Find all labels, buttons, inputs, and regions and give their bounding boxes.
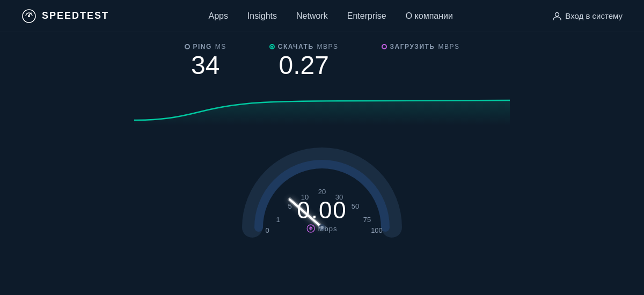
upload-icon	[382, 44, 387, 49]
svg-text:50: 50	[352, 202, 359, 210]
nav-right: Вход в систему	[552, 11, 623, 21]
ping-stat: PING ms 34	[185, 43, 226, 78]
header: SPEEDTEST Apps Insights Network Enterpri…	[0, 0, 644, 32]
ping-label: PING ms	[185, 43, 226, 50]
ping-value: 34	[191, 53, 219, 78]
svg-text:1: 1	[276, 216, 280, 224]
nav-apps[interactable]: Apps	[208, 11, 228, 21]
nav-enterprise[interactable]: Enterprise	[347, 11, 386, 21]
nav-about[interactable]: О компании	[406, 11, 453, 21]
svg-text:75: 75	[363, 216, 371, 224]
download-icon	[269, 44, 275, 49]
upload-stat: ЗАГРУЗИТЬ Mbps	[382, 43, 460, 53]
login-button[interactable]: Вход в систему	[552, 11, 623, 21]
download-value: 0.27	[279, 53, 328, 78]
main-nav: Apps Insights Network Enterprise О компа…	[208, 11, 452, 21]
nav-insights[interactable]: Insights	[247, 11, 277, 21]
speedtest-logo-icon	[21, 9, 36, 24]
speed-unit-label: Mbps	[318, 225, 338, 233]
chart-svg	[134, 83, 510, 126]
speed-display: 0.00 Mbps	[297, 198, 347, 233]
svg-text:100: 100	[371, 226, 383, 234]
speed-unit-row: Mbps	[297, 224, 347, 233]
user-icon	[552, 11, 562, 21]
logo-text: SPEEDTEST	[42, 10, 109, 21]
upload-label: ЗАГРУЗИТЬ Mbps	[382, 43, 460, 50]
speedometer: 0 1 5 10 20 30 50 75 100	[236, 120, 408, 249]
speed-chart	[134, 83, 510, 126]
svg-text:0: 0	[265, 226, 269, 234]
speed-value: 0.00	[297, 198, 347, 222]
nav-network[interactable]: Network	[296, 11, 328, 21]
svg-text:20: 20	[318, 188, 326, 196]
svg-point-3	[555, 12, 559, 16]
login-label: Вход в систему	[565, 11, 623, 20]
stats-row: PING ms 34 СКАЧАТЬ Mbps 0.27 ЗАГРУЗИТЬ M…	[185, 43, 460, 78]
upload-small-icon	[307, 224, 316, 233]
main-content: PING ms 34 СКАЧАТЬ Mbps 0.27 ЗАГРУЗИТЬ M…	[0, 32, 644, 295]
ping-icon	[185, 44, 190, 49]
download-stat: СКАЧАТЬ Mbps 0.27	[269, 43, 339, 78]
logo: SPEEDTEST	[21, 9, 109, 24]
download-label: СКАЧАТЬ Mbps	[269, 43, 339, 50]
